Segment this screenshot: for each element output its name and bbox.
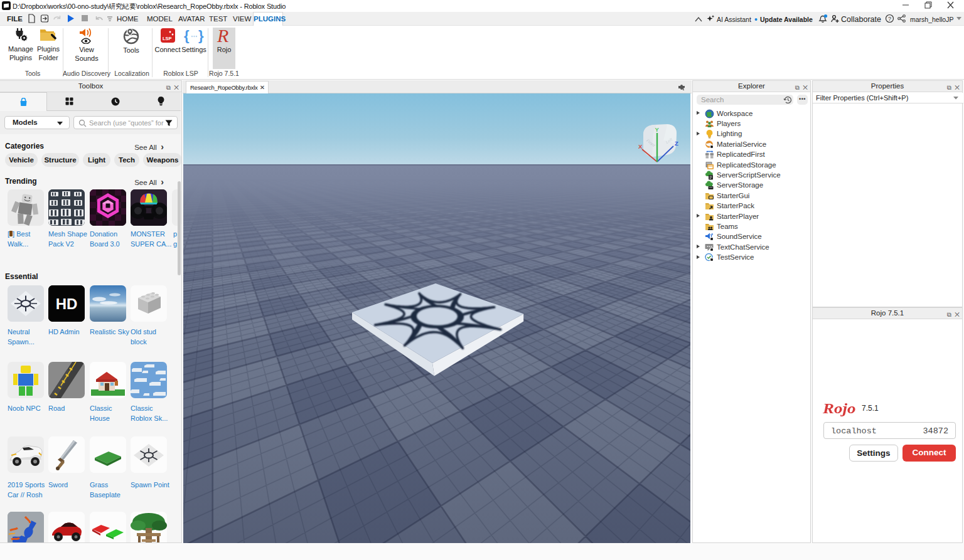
svg-text:R: R: [217, 27, 228, 44]
svg-text:LSP: LSP: [163, 36, 172, 41]
svg-text:HD: HD: [56, 295, 78, 312]
svg-text:?: ?: [888, 16, 891, 22]
svg-text:X: X: [638, 143, 643, 150]
svg-text:}: }: [198, 28, 204, 43]
svg-text:{: {: [184, 28, 190, 43]
svg-text:Y: Y: [655, 126, 660, 133]
svg-text:Z: Z: [675, 140, 678, 147]
